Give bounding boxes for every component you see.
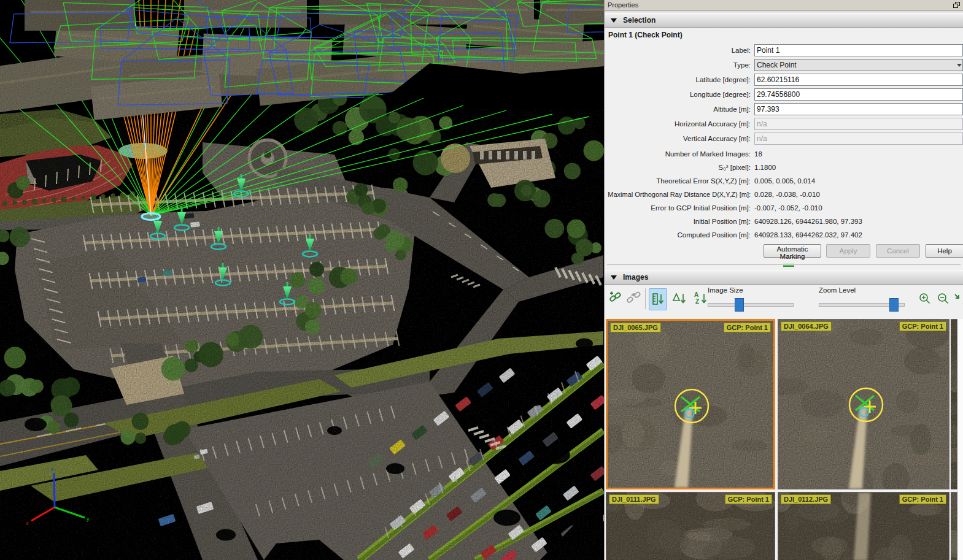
altitude-field[interactable] [754,103,963,115]
thumbnail-partial[interactable] [951,319,957,489]
stat-label: Theoretical Error S(X,Y,Z) [m]: [605,176,751,186]
thumbnail-dji-0112[interactable]: DJI_0112.JPG GCP: Point 1 [778,492,949,560]
field-row: Horizontal Accuracy [m]: [605,118,963,130]
stat-value: 1.1800 [754,163,776,172]
toolbar-separator [645,288,646,309]
image-size-slider[interactable] [708,303,794,307]
thumbnail-gcp-badge: GCP: Point 1 [724,323,771,332]
sort-alphabetical-icon[interactable]: AZ [692,288,709,309]
stat-label: Number of Marked Images: [605,149,751,159]
svg-text:x: x [26,520,29,526]
remove-mark-icon[interactable] [625,288,643,309]
field-row: Label: [605,44,963,56]
field-row: Vertical Accuracy [m]: [605,132,963,145]
thumbnail-filename-badge: DJI_0112.JPG [781,494,831,504]
stat-row: Number of Marked Images: 18 [605,149,963,159]
stat-row: Computed Position [m]: 640928.133, 69442… [605,230,963,240]
field-label: Vertical Accuracy [m]: [605,132,751,145]
stat-row: Initial Position [m]: 640928.126, 694426… [605,217,963,226]
stat-row: S₀² [pixel]: 1.1800 [605,163,963,172]
stat-row: Theoretical Error S(X,Y,Z) [m]: 0.005, 0… [605,176,963,186]
divider [605,12,963,12]
thumbnail-gcp-badge: GCP: Point 1 [725,494,772,504]
stat-value: 18 [754,149,762,159]
svg-text:y: y [87,516,90,522]
stat-row: Error to GCP Initial Position [m]: -0.00… [605,203,963,213]
viewport-3d[interactable]: zxy [0,0,604,560]
longitude-field[interactable] [754,88,963,101]
field-label: Label: [605,44,751,56]
collapse-triangle-icon [611,275,617,280]
zoom-level-slider-handle[interactable] [889,298,899,312]
section-header-images[interactable]: Images [605,270,963,285]
stat-label: Computed Position [m]: [605,230,751,240]
panel-titlebar[interactable]: Properties [605,0,963,11]
svg-text:z: z [51,466,54,472]
panel-title: Properties [608,1,638,9]
svg-text:Z: Z [695,298,699,305]
application-window: zxy Properties Selection Point 1 (Check … [0,0,963,560]
point-heading: Point 1 (Check Point) [608,31,683,39]
collapse-triangle-icon [611,18,617,23]
field-row: Longitude [degree]: [605,88,963,101]
field-row: Altitude [m]: [605,103,963,115]
field-row: Type: Check Point [605,59,963,71]
type-select[interactable]: Check Point [754,59,963,71]
image-size-label: Image Size [708,286,743,294]
cancel-button[interactable]: Cancel [876,244,920,258]
stat-label: S₀² [pixel]: [605,163,751,172]
section-header-selection[interactable]: Selection [605,13,963,28]
chevron-down-icon [957,64,962,67]
thumbnail-dji-0064[interactable]: DJI_0064.JPG GCP: Point 1 [778,319,949,489]
thumbnail-filename-badge: DJI_0065.JPG [610,323,661,332]
sort-by-distance-icon[interactable] [649,288,667,310]
properties-panel: Properties Selection Point 1 (Check Poin… [604,0,963,560]
collapse-thumbnails-icon[interactable] [953,291,963,312]
image-size-slider-handle[interactable] [735,298,744,312]
field-label: Latitude [degree]: [605,74,751,86]
stat-value: 640928.126, 6944261.980, 97.393 [754,217,862,226]
zoom-level-label: Zoom Level [819,286,856,294]
stat-row: Maximal Orthogonal Ray Distance D(X,Y,Z)… [605,190,963,199]
splitter-grip[interactable] [783,263,794,267]
apply-button[interactable]: Apply [826,244,870,258]
horizontal-accuracy-field [754,118,963,130]
vertical-accuracy-field [754,132,963,145]
stat-value: 0.028, -0.038, -0.010 [754,190,820,199]
field-label: Horizontal Accuracy [m]: [605,118,751,130]
field-row: Latitude [degree]: [605,74,963,86]
thumbnail-scroll-gutter[interactable] [957,319,963,560]
stat-label: Initial Position [m]: [605,217,751,226]
thumbnail-filename-badge: DJI_0064.JPG [781,321,832,331]
thumbnail-gcp-badge: GCP: Point 1 [899,321,946,331]
latitude-field[interactable] [754,74,963,86]
stat-label: Error to GCP Initial Position [m]: [605,203,751,213]
zoom-out-icon[interactable] [935,291,952,312]
thumbnail-partial[interactable] [951,492,957,560]
stat-value: 0.005, 0.005, 0.014 [754,176,815,186]
zoom-in-icon[interactable] [916,291,934,312]
stat-value: 640928.133, 6944262.032, 97.402 [754,230,862,240]
automatic-marking-button[interactable]: Automatic Marking [764,244,821,258]
panel-splitter[interactable] [605,263,963,267]
stat-label: Maximal Orthogonal Ray Distance D(X,Y,Z)… [605,190,751,199]
thumbnail-filename-badge: DJI_0111.JPG [609,494,659,504]
sort-by-error-icon[interactable] [671,288,688,309]
thumbnail-gcp-badge: GCP: Point 1 [899,494,946,504]
float-window-icon[interactable] [953,2,959,7]
field-label: Type: [605,59,751,71]
svg-text:A: A [694,291,698,298]
section-title: Images [623,270,648,284]
field-label: Longitude [degree]: [605,88,751,101]
thumbnail-dji-0111[interactable]: DJI_0111.JPG GCP: Point 1 [606,492,775,560]
field-label: Altitude [m]: [605,103,751,115]
type-select-value: Check Point [757,61,797,69]
thumbnail-dji-0065[interactable]: DJI_0065.JPG GCP: Point 1 [606,319,775,489]
section-title: Selection [623,13,656,27]
help-button[interactable]: Help [926,244,963,258]
add-mark-icon[interactable] [607,288,624,309]
stat-value: -0.007, -0.052, -0.010 [754,203,822,213]
label-field[interactable] [754,44,963,56]
